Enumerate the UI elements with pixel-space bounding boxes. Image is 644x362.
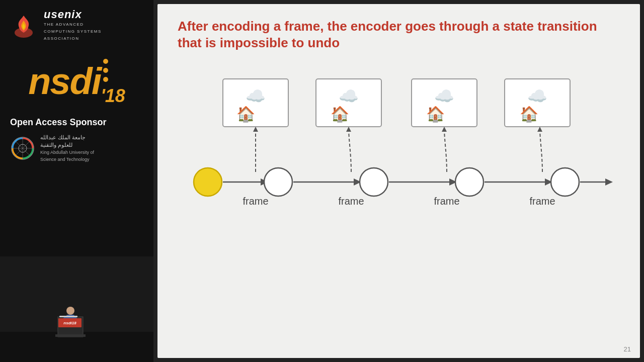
- kaust-text-block: جامعة الملك عبدالله للعلوم والتقنية King…: [40, 134, 94, 163]
- svg-text:☁️: ☁️: [339, 86, 359, 106]
- kaust-arabic-line1: جامعة الملك عبدالله: [40, 134, 94, 141]
- usenix-title: usenix: [44, 9, 102, 20]
- svg-marker-33: [253, 127, 258, 132]
- svg-point-14: [66, 307, 74, 315]
- svg-point-1: [103, 59, 108, 64]
- slide: After encoding a frame, the encoder goes…: [157, 4, 640, 358]
- svg-rect-13: [55, 334, 86, 337]
- svg-text:🏠: 🏠: [330, 105, 349, 123]
- svg-point-40: [264, 168, 292, 196]
- kaust-arabic-line2: للعلوم والتقنية: [40, 141, 94, 149]
- svg-text:frame: frame: [243, 196, 268, 207]
- svg-point-52: [551, 168, 579, 196]
- usenix-subtitle-line3: ASSOCIATION: [44, 36, 102, 41]
- svg-rect-18: [59, 316, 77, 317]
- main-content: After encoding a frame, the encoder goes…: [153, 0, 644, 362]
- diagram-svg: ☁️ 🏠 ☁️ 🏠 ☁️ 🏠 ☁️ 🏠: [183, 74, 615, 215]
- svg-text:🏠: 🏠: [236, 105, 255, 123]
- nsdi-text: nsdi: [28, 66, 101, 98]
- svg-text:frame: frame: [338, 196, 364, 207]
- video-scene: nsdi18: [0, 256, 153, 362]
- svg-text:frame: frame: [434, 196, 459, 207]
- svg-marker-55: [605, 178, 613, 186]
- nsdi-year: '18: [101, 85, 125, 107]
- usenix-subtitle-line1: THE ADVANCED: [44, 22, 102, 27]
- usenix-header: usenix THE ADVANCED COMPUTING SYSTEMS AS…: [0, 0, 153, 50]
- open-access-section: Open Access Sponsor: [0, 109, 153, 168]
- usenix-subtitle-line2: COMPUTING SYSTEMS: [44, 29, 102, 34]
- svg-point-44: [360, 168, 388, 196]
- stage-scene-svg: nsdi18: [0, 256, 153, 362]
- svg-point-48: [455, 168, 484, 196]
- svg-text:☁️: ☁️: [246, 86, 266, 106]
- svg-text:🏠: 🏠: [519, 105, 538, 123]
- svg-text:🏠: 🏠: [426, 105, 445, 123]
- slide-number: 21: [624, 345, 631, 353]
- nsdi-logo: nsdi '18: [28, 55, 125, 109]
- svg-point-37: [194, 168, 222, 196]
- svg-point-2: [103, 68, 108, 73]
- usenix-flame-icon: [10, 12, 38, 39]
- open-access-title: Open Access Sponsor: [10, 117, 143, 128]
- svg-marker-35: [442, 127, 447, 132]
- svg-point-3: [103, 77, 108, 82]
- kaust-english-line2: Science and Technology: [40, 157, 94, 163]
- kaust-logo-row: جامعة الملك عبدالله للعلوم والتقنية King…: [10, 134, 143, 163]
- kaust-english-line1: King Abdullah University of: [40, 150, 94, 156]
- svg-text:frame: frame: [529, 196, 555, 207]
- svg-text:☁️: ☁️: [434, 86, 454, 106]
- svg-marker-36: [537, 127, 542, 132]
- slide-title: After encoding a frame, the encoder goes…: [157, 4, 640, 59]
- usenix-text-block: usenix THE ADVANCED COMPUTING SYSTEMS AS…: [44, 9, 102, 42]
- sidebar: usenix THE ADVANCED COMPUTING SYSTEMS AS…: [0, 0, 153, 362]
- svg-text:☁️: ☁️: [527, 86, 547, 106]
- svg-text:nsdi18: nsdi18: [63, 321, 76, 325]
- slide-diagram: ☁️ 🏠 ☁️ 🏠 ☁️ 🏠 ☁️ 🏠: [157, 64, 640, 230]
- svg-marker-34: [346, 127, 351, 132]
- video-preview: nsdi18: [0, 256, 153, 362]
- nsdi-dots: '18: [103, 57, 125, 107]
- kaust-emblem-icon: [10, 136, 35, 161]
